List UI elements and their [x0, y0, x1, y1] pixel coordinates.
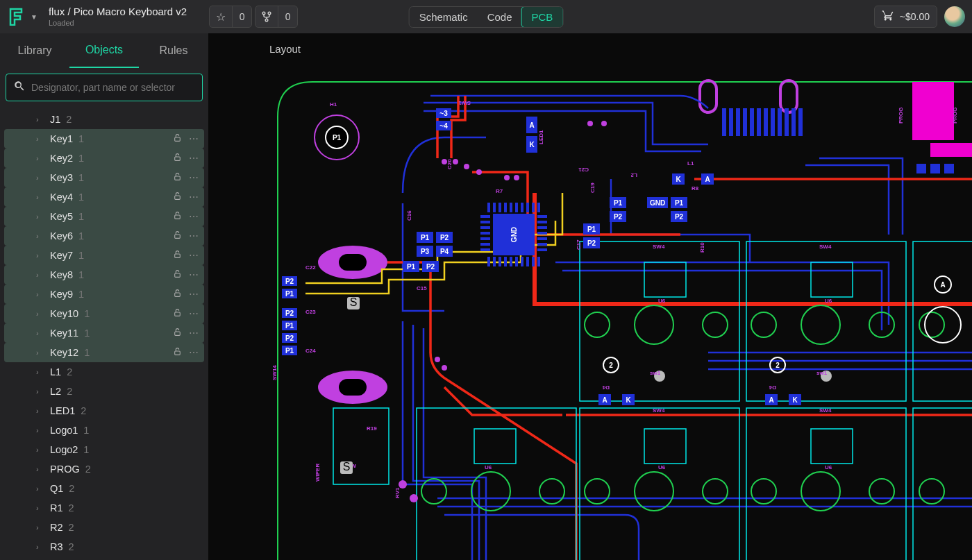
tree-item-key12[interactable]: ›Key12 1⋯ [4, 343, 204, 362]
more-icon[interactable]: ⋯ [187, 328, 200, 339]
more-icon[interactable]: ⋯ [187, 250, 200, 261]
chevron-right-icon[interactable]: › [36, 173, 46, 182]
unlock-icon[interactable] [171, 192, 183, 203]
unlock-icon[interactable] [171, 269, 183, 280]
svg-text:A: A [769, 396, 773, 404]
tab-schematic[interactable]: Schematic [410, 7, 478, 27]
chevron-right-icon[interactable]: › [36, 251, 46, 260]
unlock-icon[interactable] [171, 250, 183, 261]
tree-item-led1[interactable]: ›LED1 2 [4, 401, 204, 421]
chevron-right-icon[interactable]: › [36, 135, 46, 143]
star-button[interactable]: ☆ 0 [209, 6, 252, 28]
more-icon[interactable]: ⋯ [187, 172, 200, 183]
more-icon[interactable]: ⋯ [187, 133, 200, 144]
chevron-right-icon[interactable]: › [36, 271, 46, 279]
chevron-right-icon[interactable]: › [36, 193, 46, 201]
tree-item-r3[interactable]: ›R3 2 [4, 537, 204, 557]
chevron-right-icon[interactable]: › [36, 484, 46, 493]
tree-item-r1[interactable]: ›R1 2 [4, 498, 204, 518]
tree-item-l2[interactable]: ›L2 2 [4, 382, 204, 401]
unlock-icon[interactable] [171, 230, 183, 241]
project-name[interactable]: Pico Macro Keyboard v2 [74, 6, 187, 17]
unlock-icon[interactable] [171, 328, 183, 339]
chevron-right-icon[interactable]: › [36, 154, 46, 162]
chevron-right-icon[interactable]: › [36, 387, 46, 396]
chevron-right-icon[interactable]: › [36, 348, 46, 357]
tab-code[interactable]: Code [478, 7, 522, 27]
chevron-right-icon[interactable]: › [36, 504, 46, 512]
tree-item-label: Q1 [50, 483, 63, 494]
more-icon[interactable]: ⋯ [187, 347, 200, 358]
more-icon[interactable]: ⋯ [187, 230, 200, 241]
breadcrumb-org[interactable]: flux [49, 6, 65, 17]
tree-item-l1[interactable]: ›L1 2 [4, 362, 204, 382]
unlock-icon[interactable] [171, 289, 183, 300]
tree-item-key6[interactable]: ›Key6 1⋯ [4, 226, 204, 246]
tree-item-logo1[interactable]: ›Logo1 1 [4, 421, 204, 440]
unlock-icon[interactable] [171, 153, 183, 164]
tab-pcb[interactable]: PCB [522, 7, 563, 27]
tree-item-label: Key12 [50, 347, 78, 358]
tree-item-key7[interactable]: ›Key7 1⋯ [4, 246, 204, 265]
chevron-right-icon[interactable]: › [36, 329, 46, 337]
tree-item-key9[interactable]: ›Key9 1⋯ [4, 285, 204, 304]
app-logo[interactable] [7, 8, 25, 26]
tree-item-key8[interactable]: ›Key8 1⋯ [4, 265, 204, 285]
unlock-icon[interactable] [171, 308, 183, 319]
chevron-right-icon[interactable]: › [36, 115, 46, 124]
logo-menu-caret[interactable]: ▼ [31, 13, 37, 21]
fork-button[interactable]: 0 [255, 6, 298, 28]
more-icon[interactable]: ⋯ [187, 192, 200, 203]
unlock-icon[interactable] [171, 172, 183, 183]
more-icon[interactable]: ⋯ [187, 211, 200, 222]
sidebar-tab-objects[interactable]: Objects [69, 33, 139, 68]
sidebar-tabs: Library Objects Rules [0, 33, 208, 68]
object-tree[interactable]: ›J1 2›Key1 1⋯›Key2 1⋯›Key3 1⋯›Key4 1⋯›Ke… [0, 107, 208, 560]
cart-button[interactable]: ~$0.00 [874, 6, 937, 28]
tree-item-key10[interactable]: ›Key10 1⋯ [4, 304, 204, 323]
svg-rect-29 [757, 108, 761, 136]
svg-rect-22 [930, 164, 940, 173]
sidebar-tab-library[interactable]: Library [0, 33, 69, 68]
unlock-icon[interactable] [171, 211, 183, 222]
tree-item-label: PROG [50, 464, 80, 475]
chevron-right-icon[interactable]: › [36, 446, 46, 454]
chevron-right-icon[interactable]: › [36, 407, 46, 415]
chevron-right-icon[interactable]: › [36, 232, 46, 240]
tree-item-key4[interactable]: ›Key4 1⋯ [4, 187, 204, 207]
chevron-right-icon[interactable]: › [36, 290, 46, 298]
svg-text:P1: P1 [614, 199, 623, 207]
canvas-title: Layout [269, 43, 301, 55]
tree-item-key3[interactable]: ›Key3 1⋯ [4, 168, 204, 187]
tree-item-r2[interactable]: ›R2 2 [4, 518, 204, 537]
tree-item-key1[interactable]: ›Key1 1⋯ [4, 129, 204, 149]
more-icon[interactable]: ⋯ [187, 269, 200, 280]
tree-item-key5[interactable]: ›Key5 1⋯ [4, 207, 204, 226]
tree-item-key11[interactable]: ›Key11 1⋯ [4, 323, 204, 343]
chevron-right-icon[interactable]: › [36, 543, 46, 551]
tree-item-count: 1 [78, 172, 84, 183]
pcb-canvas[interactable]: Layout PROG PROG [208, 33, 972, 560]
search-input[interactable] [31, 82, 195, 93]
user-avatar[interactable] [944, 6, 965, 27]
tree-item-key2[interactable]: ›Key2 1⋯ [4, 149, 204, 168]
svg-rect-50 [746, 408, 906, 560]
chevron-right-icon[interactable]: › [36, 465, 46, 473]
tree-item-q1[interactable]: ›Q1 2 [4, 479, 204, 498]
more-icon[interactable]: ⋯ [187, 289, 200, 300]
more-icon[interactable]: ⋯ [187, 153, 200, 164]
svg-rect-30 [764, 108, 768, 136]
object-search[interactable] [6, 74, 203, 101]
tree-item-prog[interactable]: ›PROG 2 [4, 459, 204, 479]
chevron-right-icon[interactable]: › [36, 368, 46, 376]
tree-item-logo2[interactable]: ›Logo2 1 [4, 440, 204, 459]
chevron-right-icon[interactable]: › [36, 309, 46, 318]
chevron-right-icon[interactable]: › [36, 523, 46, 532]
more-icon[interactable]: ⋯ [187, 308, 200, 319]
unlock-icon[interactable] [171, 133, 183, 144]
tree-item-j1[interactable]: ›J1 2 [4, 110, 204, 129]
chevron-right-icon[interactable]: › [36, 426, 46, 434]
chevron-right-icon[interactable]: › [36, 212, 46, 221]
unlock-icon[interactable] [171, 347, 183, 358]
sidebar-tab-rules[interactable]: Rules [139, 33, 208, 68]
